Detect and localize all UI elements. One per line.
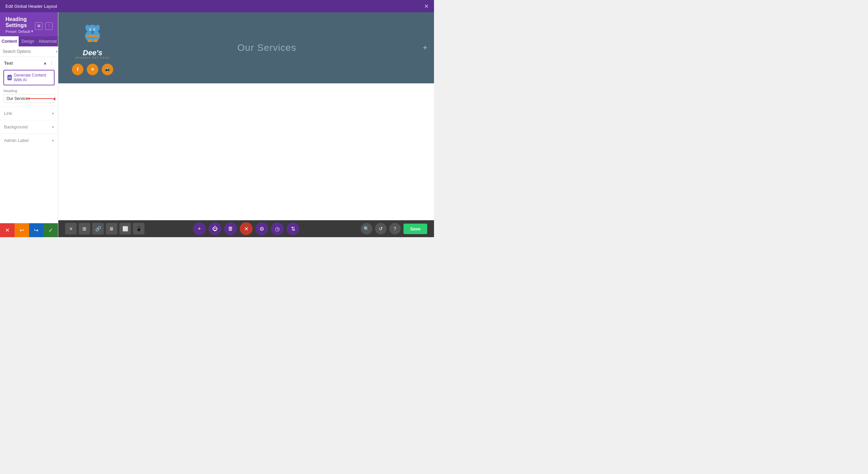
svg-rect-11 — [86, 35, 99, 37]
toolbar-search-button[interactable]: 🔍 — [361, 223, 372, 234]
sidebar-bottom-buttons: ✕ ↩ ↪ ✓ — [0, 223, 58, 237]
text-section-label: Text — [4, 61, 13, 66]
admin-label-section-header[interactable]: Admin Label ▾ — [0, 134, 58, 147]
text-section-header[interactable]: Text ▲ ⋮ — [0, 57, 58, 68]
canvas-header-section: Dee's Organic Pet Food f ✕ 📷 Our Service… — [58, 12, 434, 83]
canvas-brand-name: Dee's — [75, 49, 110, 57]
toolbar-link-icon[interactable]: 🔗 — [92, 223, 104, 234]
ai-button-label: Generate Content With AI — [14, 73, 51, 82]
admin-label-section: Admin Label ▾ — [0, 133, 58, 147]
grid-icon[interactable]: ⊞ — [35, 22, 42, 30]
toolbar-center-buttons: + ⏻ 🗑 ✕ ⚙ ◷ ⇅ — [193, 222, 299, 235]
link-section-header[interactable]: Link ▾ — [0, 107, 58, 120]
background-section: Background ▾ — [0, 120, 58, 133]
tab-advanced[interactable]: Advanced — [37, 36, 58, 46]
redo-button[interactable]: ↪ — [29, 223, 44, 237]
toolbar-mobile-icon[interactable]: 📱 — [133, 223, 144, 234]
social-icons: f ✕ 📷 — [72, 64, 113, 75]
link-section: Link ▾ — [0, 106, 58, 120]
canvas-logo-text: Dee's Organic Pet Food — [75, 49, 110, 59]
more-icon[interactable]: ⋮ — [45, 22, 53, 30]
heading-settings-title: Heading Settings — [5, 16, 35, 28]
toolbar-power-button[interactable]: ⏻ — [209, 222, 221, 235]
facebook-icon[interactable]: f — [72, 64, 83, 75]
logo-dog-svg — [79, 21, 106, 48]
toolbar-desktop-icon[interactable]: 🖥 — [106, 223, 117, 234]
title-bar-text: Edit Global Header Layout — [5, 4, 57, 9]
discard-button[interactable]: ✕ — [0, 223, 15, 237]
heading-input-wrap: ◄ — [3, 94, 55, 103]
confirm-button[interactable]: ✓ — [43, 223, 58, 237]
save-button[interactable]: Save — [403, 224, 427, 234]
sidebar-tabs: Content Design Advanced — [0, 36, 58, 46]
admin-label-section-label: Admin Label — [4, 138, 28, 143]
toolbar-delete-button[interactable]: 🗑 — [224, 222, 237, 235]
tab-content[interactable]: Content — [0, 36, 19, 46]
toolbar-help-button[interactable]: ? — [389, 223, 401, 234]
tab-design[interactable]: Design — [19, 36, 37, 46]
admin-label-chevron-icon: ▾ — [52, 138, 54, 143]
background-chevron-icon: ▾ — [52, 125, 54, 129]
canvas-add-button[interactable]: + — [423, 43, 427, 52]
toolbar-settings-button[interactable]: ⚙ — [255, 222, 268, 235]
title-bar: Edit Global Header Layout ✕ — [0, 0, 434, 12]
sidebar: Heading Settings Preset: Default ▾ ⊞ ⋮ C… — [0, 12, 58, 237]
svg-point-8 — [92, 31, 94, 33]
search-bar: + Filter — [0, 46, 58, 57]
toolbar-left-buttons: ≡ ⊞ 🔗 🖥 ⬜ 📱 — [65, 223, 144, 234]
canvas-logo-subtitle: Organic Pet Food — [75, 57, 110, 59]
background-section-label: Background — [4, 124, 27, 129]
twitter-x-icon[interactable]: ✕ — [87, 64, 98, 75]
main-layout: Heading Settings Preset: Default ▾ ⊞ ⋮ C… — [0, 12, 434, 237]
ai-icon: AI — [7, 75, 12, 80]
undo-button[interactable]: ↩ — [15, 223, 29, 237]
link-section-label: Link — [4, 111, 12, 116]
svg-rect-10 — [94, 39, 98, 42]
bottom-toolbar: ≡ ⊞ 🔗 🖥 ⬜ 📱 + ⏻ 🗑 ✕ ⚙ ◷ ⇅ 🔍 ↺ ? — [58, 220, 434, 237]
sidebar-header-icons: ⊞ ⋮ — [35, 22, 53, 30]
toolbar-add-button[interactable]: + — [193, 222, 206, 235]
canvas-body — [58, 83, 434, 220]
arrowhead-icon: ◄ — [52, 96, 56, 101]
sidebar-content: Text ▲ ⋮ AI Generate Content With AI Hea… — [0, 57, 58, 223]
annotation-arrow: ◄ — [26, 96, 56, 101]
heading-field-label: Heading — [3, 89, 55, 93]
toolbar-right-buttons: 🔍 ↺ ? Save — [361, 223, 427, 234]
logo-area: Dee's Organic Pet Food f ✕ 📷 — [72, 21, 113, 75]
svg-point-7 — [95, 29, 96, 30]
instagram-icon[interactable]: 📷 — [102, 64, 113, 75]
generate-ai-button[interactable]: AI Generate Content With AI — [3, 70, 55, 85]
toolbar-history-button[interactable]: ◷ — [271, 222, 284, 235]
toolbar-sort-button[interactable]: ⇅ — [287, 222, 299, 235]
toolbar-menu-icon[interactable]: ≡ — [65, 223, 77, 234]
heading-field-group: Heading ◄ — [0, 89, 58, 106]
more-options-icon[interactable]: ⋮ — [49, 60, 54, 66]
link-chevron-icon: ▾ — [52, 111, 54, 116]
search-input[interactable] — [3, 49, 54, 54]
toolbar-grid-icon[interactable]: ⊞ — [79, 223, 90, 234]
canvas-heading-text: Our Services — [113, 42, 420, 53]
sidebar-header: Heading Settings Preset: Default ▾ ⊞ ⋮ — [0, 12, 58, 36]
collapse-icon[interactable]: ▲ — [43, 61, 47, 65]
close-icon[interactable]: ✕ — [424, 3, 429, 9]
red-line — [26, 98, 53, 99]
toolbar-refresh-button[interactable]: ↺ — [375, 223, 387, 234]
text-section-icons: ▲ ⋮ — [43, 60, 54, 66]
preset-label: Preset: Default ▾ — [5, 29, 35, 34]
canvas-area: Dee's Organic Pet Food f ✕ 📷 Our Service… — [58, 12, 434, 237]
svg-rect-9 — [87, 39, 92, 42]
background-section-header[interactable]: Background ▾ — [0, 120, 58, 133]
preset-arrow-icon[interactable]: ▾ — [31, 29, 33, 34]
toolbar-tablet-icon[interactable]: ⬜ — [119, 223, 131, 234]
toolbar-close-button[interactable]: ✕ — [240, 222, 253, 235]
svg-point-6 — [91, 29, 92, 30]
